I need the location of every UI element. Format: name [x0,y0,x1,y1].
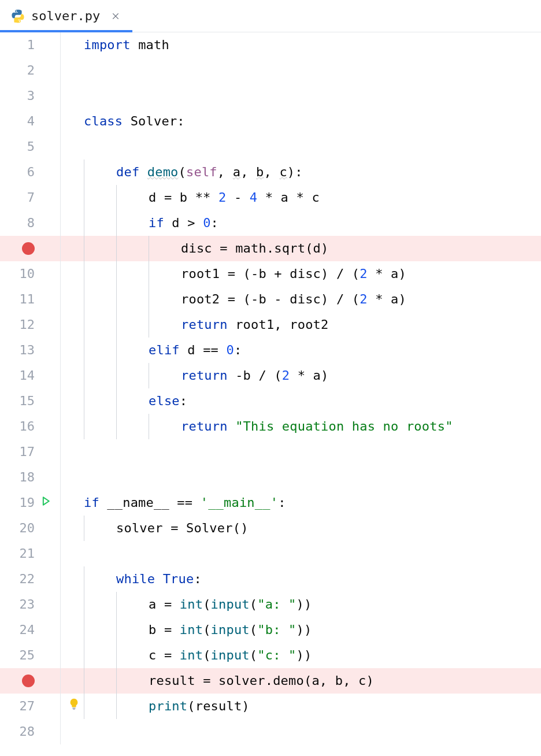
code-text[interactable]: solver = Solver() [116,516,541,541]
intention-slot[interactable] [64,109,84,134]
gutter[interactable] [0,668,60,694]
gutter[interactable]: 6 [0,160,60,185]
code-text[interactable]: c = int(input("c: ")) [149,643,541,668]
code-line[interactable]: 13elif d == 0: [0,338,541,363]
intention-slot[interactable] [64,210,84,236]
intention-slot[interactable] [64,287,84,312]
intention-slot[interactable] [64,32,84,58]
code-line[interactable]: 18 [0,465,541,490]
gutter[interactable]: 12 [0,312,60,338]
gutter[interactable]: 1 [0,32,60,58]
gutter[interactable]: 10 [0,261,60,287]
code-line[interactable]: 8if d > 0: [0,210,541,236]
code-line[interactable]: 2 [0,58,541,83]
gutter[interactable]: 17 [0,439,60,465]
code-line[interactable]: 1import math [0,32,541,58]
gutter[interactable]: 19 [0,490,60,516]
code-line[interactable]: 24b = int(input("b: ")) [0,617,541,643]
code-text[interactable]: else: [149,388,541,414]
code-text[interactable] [84,465,541,490]
code-line[interactable]: 4class Solver: [0,109,541,134]
code-text[interactable] [84,541,541,566]
intention-slot[interactable] [64,261,84,287]
code-text[interactable]: while True: [116,566,541,592]
intention-slot[interactable] [64,338,84,363]
gutter[interactable]: 13 [0,338,60,363]
code-text[interactable]: b = int(input("b: ")) [149,617,541,643]
code-text[interactable]: return root1, root2 [181,312,541,338]
code-text[interactable] [84,439,541,465]
code-text[interactable]: root2 = (-b - disc) / (2 * a) [181,287,541,312]
intention-slot[interactable] [64,439,84,465]
gutter[interactable]: 28 [0,719,60,744]
code-text[interactable]: return -b / (2 * a) [181,363,541,388]
code-line[interactable]: 10root1 = (-b + disc) / (2 * a) [0,261,541,287]
code-text[interactable]: if __name__ == '__main__': [84,490,541,516]
code-text[interactable]: def demo(self, a, b, c): [116,160,541,185]
gutter[interactable]: 11 [0,287,60,312]
gutter[interactable]: 14 [0,363,60,388]
code-line[interactable]: 17 [0,439,541,465]
code-line[interactable]: 3 [0,83,541,109]
code-editor[interactable]: 1import math234class Solver:56def demo(s… [0,32,541,744]
intention-slot[interactable] [64,566,84,592]
intention-slot[interactable] [64,617,84,643]
code-text[interactable]: elif d == 0: [149,338,541,363]
gutter[interactable]: 4 [0,109,60,134]
gutter[interactable]: 24 [0,617,60,643]
code-line[interactable]: disc = math.sqrt(d) [0,236,541,261]
intention-bulb-icon[interactable] [64,694,84,719]
intention-slot[interactable] [64,388,84,414]
code-line[interactable]: 27print(result) [0,694,541,719]
close-icon[interactable] [109,10,122,23]
intention-slot[interactable] [64,668,84,694]
intention-slot[interactable] [64,236,84,261]
gutter[interactable]: 18 [0,465,60,490]
code-text[interactable] [84,83,541,109]
breakpoint-icon[interactable] [22,242,35,255]
gutter[interactable]: 8 [0,210,60,236]
code-line[interactable]: 16return "This equation has no roots" [0,414,541,439]
intention-slot[interactable] [64,465,84,490]
code-text[interactable]: if d > 0: [149,210,541,236]
gutter[interactable]: 21 [0,541,60,566]
code-line[interactable]: 23a = int(input("a: ")) [0,592,541,617]
code-text[interactable]: root1 = (-b + disc) / (2 * a) [181,261,541,287]
intention-slot[interactable] [64,58,84,83]
code-text[interactable]: class Solver: [84,109,541,134]
intention-slot[interactable] [64,592,84,617]
code-text[interactable] [84,719,541,744]
code-line[interactable]: 11root2 = (-b - disc) / (2 * a) [0,287,541,312]
code-line[interactable]: 7d = b ** 2 - 4 * a * c [0,185,541,210]
code-line[interactable]: 22while True: [0,566,541,592]
gutter[interactable]: 15 [0,388,60,414]
gutter[interactable]: 22 [0,566,60,592]
intention-slot[interactable] [64,541,84,566]
gutter[interactable]: 2 [0,58,60,83]
intention-slot[interactable] [64,719,84,744]
code-line[interactable]: 6def demo(self, a, b, c): [0,160,541,185]
intention-slot[interactable] [64,134,84,160]
code-text[interactable] [84,58,541,83]
intention-slot[interactable] [64,414,84,439]
code-text[interactable] [84,134,541,160]
intention-slot[interactable] [64,312,84,338]
intention-slot[interactable] [64,83,84,109]
intention-slot[interactable] [64,643,84,668]
code-line[interactable]: 15else: [0,388,541,414]
gutter[interactable]: 5 [0,134,60,160]
intention-slot[interactable] [64,160,84,185]
gutter[interactable]: 16 [0,414,60,439]
gutter[interactable]: 3 [0,83,60,109]
intention-slot[interactable] [64,185,84,210]
code-text[interactable]: a = int(input("a: ")) [149,592,541,617]
gutter[interactable]: 20 [0,516,60,541]
code-text[interactable]: result = solver.demo(a, b, c) [149,668,541,694]
code-text[interactable]: return "This equation has no roots" [181,414,541,439]
code-text[interactable]: import math [84,32,541,58]
editor-tab[interactable]: solver.py [0,0,132,32]
code-line[interactable]: result = solver.demo(a, b, c) [0,668,541,694]
code-text[interactable]: d = b ** 2 - 4 * a * c [149,185,541,210]
intention-slot[interactable] [64,516,84,541]
breakpoint-icon[interactable] [22,675,35,687]
